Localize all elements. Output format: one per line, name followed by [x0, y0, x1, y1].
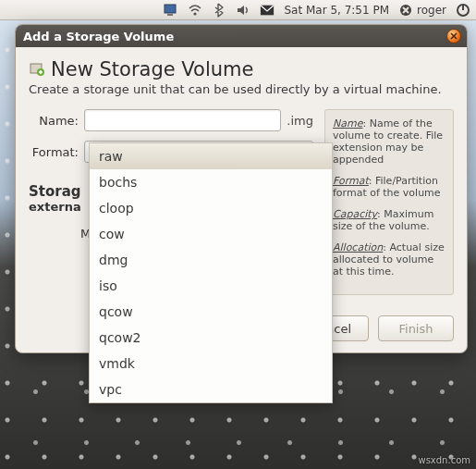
help-format-term: Format [333, 175, 369, 187]
format-option[interactable]: bochs [90, 169, 332, 195]
volume-icon[interactable] [236, 3, 250, 18]
help-panel: Name: Name of the volume to create. File… [324, 109, 454, 295]
monitor-icon[interactable] [164, 3, 178, 18]
format-option[interactable]: cloop [90, 195, 332, 221]
format-option[interactable]: vmdk [90, 351, 332, 376]
bluetooth-icon[interactable] [212, 3, 226, 18]
close-button[interactable] [446, 29, 461, 43]
format-option[interactable]: iso [90, 273, 332, 299]
format-option[interactable]: qcow2 [90, 325, 332, 351]
wifi-icon[interactable] [188, 3, 202, 18]
format-option[interactable]: cow [90, 221, 332, 247]
help-allocation-term: Allocation [333, 241, 383, 253]
system-menubar: Sat Mar 5, 7:51 PM roger [0, 0, 476, 20]
svg-rect-0 [165, 5, 176, 13]
dialog-subheading: Create a storage unit that can be used d… [29, 82, 454, 96]
svg-point-2 [194, 12, 197, 15]
name-label: Name: [29, 114, 79, 128]
watermark: wsxdn.com [418, 455, 470, 465]
finish-button[interactable]: Finish [378, 315, 454, 341]
format-option[interactable]: dmg [90, 247, 332, 273]
format-option[interactable]: raw [90, 143, 332, 169]
dialog-title: Add a Storage Volume [23, 30, 174, 43]
dialog-heading: New Storage Volume [51, 58, 253, 80]
clock[interactable]: Sat Mar 5, 7:51 PM [284, 4, 389, 17]
svg-rect-1 [167, 14, 173, 16]
user-menu[interactable]: roger [398, 3, 446, 18]
format-option[interactable]: vpc [90, 376, 332, 402]
power-icon[interactable] [456, 3, 470, 18]
name-input[interactable] [84, 109, 281, 131]
help-capacity-term: Capacity [333, 208, 377, 220]
user-stop-icon [398, 3, 413, 18]
format-option[interactable]: qcow [90, 299, 332, 325]
format-dropdown-list: raw bochs cloop cow dmg iso qcow qcow2 v… [89, 142, 333, 403]
username-label: roger [417, 4, 446, 17]
help-name-term: Name [333, 117, 362, 130]
format-label: Format: [29, 145, 79, 159]
name-suffix: .img [287, 114, 313, 128]
volume-add-icon [29, 60, 45, 80]
mail-icon[interactable] [260, 3, 275, 18]
dialog-titlebar[interactable]: Add a Storage Volume [16, 25, 467, 47]
